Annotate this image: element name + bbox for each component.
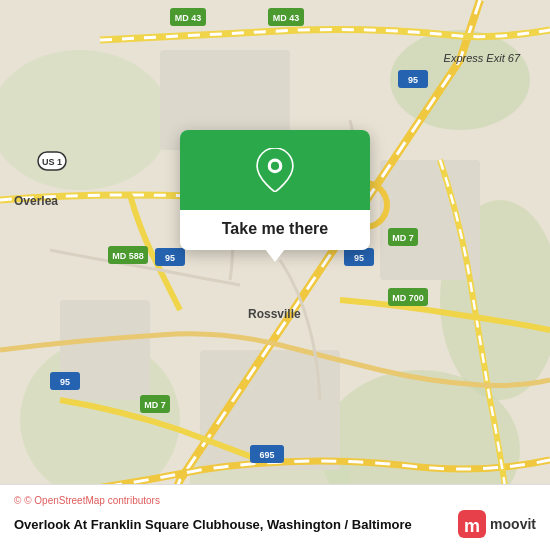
popup-pointer <box>265 249 285 262</box>
svg-text:MD 7: MD 7 <box>144 400 166 410</box>
svg-text:MD 7: MD 7 <box>392 233 414 243</box>
attribution-text: © OpenStreetMap contributors <box>24 495 160 506</box>
bottom-content: Overlook At Franklin Square Clubhouse, W… <box>14 510 536 538</box>
svg-text:95: 95 <box>60 377 70 387</box>
svg-text:m: m <box>464 516 480 536</box>
moovit-text: moovit <box>490 516 536 532</box>
svg-text:Rossville: Rossville <box>248 307 301 321</box>
location-title: Overlook At Franklin Square Clubhouse, W… <box>14 517 458 532</box>
moovit-logo[interactable]: m moovit <box>458 510 536 538</box>
svg-text:695: 695 <box>259 450 274 460</box>
location-pin-icon <box>253 148 297 192</box>
copyright-symbol: © <box>14 495 21 506</box>
popup-card[interactable]: Take me there <box>180 130 370 250</box>
svg-text:95: 95 <box>354 253 364 263</box>
map-roads: 95 95 95 95 695 MD 43 MD 43 US 1 MD 7 MD… <box>0 0 550 550</box>
svg-text:95: 95 <box>165 253 175 263</box>
svg-text:MD 700: MD 700 <box>392 293 424 303</box>
popup-header <box>180 130 370 210</box>
map-container: 95 95 95 95 695 MD 43 MD 43 US 1 MD 7 MD… <box>0 0 550 550</box>
svg-text:Overlea: Overlea <box>14 194 58 208</box>
svg-text:MD 588: MD 588 <box>112 251 144 261</box>
express-exit-label: Express Exit 67 <box>444 52 520 64</box>
map-attribution: © © OpenStreetMap contributors <box>14 495 536 506</box>
svg-text:95: 95 <box>408 75 418 85</box>
svg-text:MD 43: MD 43 <box>175 13 202 23</box>
take-me-there-button[interactable]: Take me there <box>180 210 370 250</box>
bottom-bar: © © OpenStreetMap contributors Overlook … <box>0 484 550 550</box>
moovit-icon: m <box>458 510 486 538</box>
svg-point-40 <box>271 162 279 170</box>
svg-text:US 1: US 1 <box>42 157 62 167</box>
svg-text:MD 43: MD 43 <box>273 13 300 23</box>
